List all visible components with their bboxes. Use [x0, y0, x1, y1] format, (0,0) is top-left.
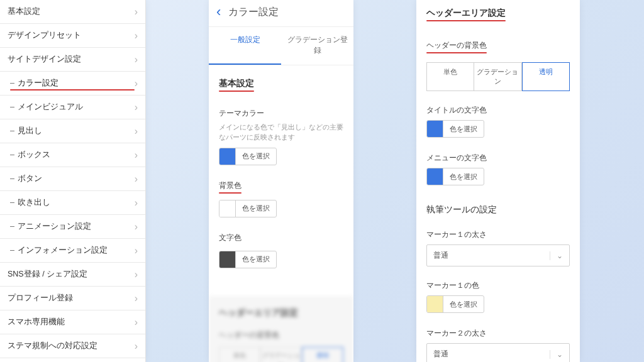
background-color-field: 背景色 色を選択 [219, 180, 343, 219]
sidebar-item-other[interactable]: その他の設定 › [0, 358, 145, 362]
sidebar-item-label: カラー設定 [10, 78, 135, 89]
marker2-width-select[interactable]: 普通 ⌄ [426, 343, 570, 362]
panel-title: カラー設定 [228, 6, 279, 19]
writing-tools-section: 執筆ツールの設定 マーカー１の太さ 普通 ⌄ マーカー１の色 色を選択 マーカー… [426, 204, 570, 362]
sidebar-item-label: 見出し [10, 126, 135, 136]
chevron-right-icon: › [135, 246, 138, 256]
sidebar-item-smartphone[interactable]: スマホ専用機能 › [0, 310, 145, 334]
sidebar-item-color-settings[interactable]: カラー設定 › [0, 72, 145, 96]
field-label: マーカー２の太さ [426, 328, 570, 339]
chevron-right-icon: › [135, 341, 138, 351]
sidebar-item-label: ステマ規制への対応設定 [8, 341, 135, 351]
field-label: メニューの文字色 [426, 153, 570, 163]
chevron-right-icon: › [135, 293, 138, 304]
text-color-field: 文字色 色を選択 [219, 233, 343, 270]
chevron-right-icon: › [135, 31, 138, 41]
chevron-right-icon: › [135, 79, 138, 89]
sidebar-item-profile[interactable]: プロフィール登録 › [0, 287, 145, 310]
sidebar-item-label: 吹き出し [10, 197, 135, 208]
seg-option: 単色 [219, 347, 260, 363]
select-value: 普通 [433, 250, 448, 261]
sidebar-item-basic-settings[interactable]: 基本設定 › [0, 0, 145, 24]
sidebar-item-stealth-marketing[interactable]: ステマ規制への対応設定 › [0, 334, 145, 358]
marker1-color-picker[interactable]: 色を選択 [426, 295, 484, 313]
chevron-right-icon: › [135, 102, 138, 112]
sidebar-item-label: ボタン [10, 173, 135, 184]
header-bg-segmented: 単色 グラデーション 透明 [426, 62, 570, 91]
section-heading: 執筆ツールの設定 [426, 204, 570, 216]
marker1-width-select[interactable]: 普通 ⌄ [426, 244, 570, 266]
menu-color-picker[interactable]: 色を選択 [426, 168, 484, 185]
blurred-segmented: 単色 グラデーション 透明 [219, 347, 343, 363]
picker-label: 色を選択 [236, 151, 276, 161]
title-color-picker[interactable]: 色を選択 [426, 120, 484, 138]
basic-settings-section: 基本設定 テーマカラー メインになる色で「見出し」などの主要なパーツに反映されま… [209, 65, 353, 276]
sidebar-item-design-preset[interactable]: デザインプリセット › [0, 24, 145, 48]
sidebar-item-animation[interactable]: アニメーション設定 › [0, 215, 145, 239]
chevron-down-icon: ⌄ [550, 251, 563, 260]
field-label: マーカー１の色 [426, 280, 570, 291]
color-swatch-icon [427, 121, 443, 137]
tab-gradient[interactable]: グラデーション登録 [281, 27, 353, 65]
sidebar-item-label: スマホ専用機能 [8, 317, 135, 327]
chevron-right-icon: › [135, 198, 138, 208]
picker-label: 色を選択 [443, 300, 484, 309]
panel-header: ‹ カラー設定 [209, 0, 353, 27]
sidebar-item-label: SNS登録 / シェア設定 [8, 269, 135, 280]
field-label: テーマカラー [219, 108, 264, 119]
seg-option: 透明 [302, 347, 343, 363]
header-area-panel: ヘッダーエリア設定 ヘッダーの背景色 単色 グラデーション 透明 タイトルの文字… [416, 0, 580, 362]
field-label: 文字色 [219, 233, 242, 243]
color-swatch-icon [427, 168, 443, 185]
seg-option-gradient[interactable]: グラデーション [474, 62, 521, 91]
sidebar-item-heading[interactable]: 見出し › [0, 119, 145, 143]
chevron-right-icon: › [135, 7, 138, 17]
picker-label: 色を選択 [236, 255, 276, 264]
picker-label: 色を選択 [236, 204, 276, 213]
sidebar-item-sns-share[interactable]: SNS登録 / シェア設定 › [0, 263, 145, 287]
picker-label: 色を選択 [443, 124, 484, 134]
sidebar-item-speech-bubble[interactable]: 吹き出し › [0, 191, 145, 215]
color-swatch-icon [219, 148, 236, 165]
blurred-next-section: ヘッダーエリア設定 ヘッダーの背景色 単色 グラデーション 透明 [209, 296, 353, 363]
chevron-right-icon: › [135, 126, 138, 136]
background-color-picker[interactable]: 色を選択 [219, 200, 277, 217]
section-heading: ヘッダーエリア設定 [426, 8, 506, 19]
tab-general[interactable]: 一般設定 [209, 27, 281, 65]
chevron-right-icon: › [135, 55, 138, 65]
color-swatch-icon [427, 296, 443, 312]
tab-bar: 一般設定 グラデーション登録 [209, 27, 353, 65]
sidebar-item-box[interactable]: ボックス › [0, 143, 145, 167]
sidebar-item-label: インフォメーション設定 [10, 245, 135, 256]
sidebar-item-information[interactable]: インフォメーション設定 › [0, 239, 145, 263]
field-description: メインになる色で「見出し」などの主要なパーツに反映されます [219, 123, 343, 143]
text-color-picker[interactable]: 色を選択 [219, 251, 277, 268]
chevron-right-icon: › [135, 222, 138, 232]
sidebar-item-label: 基本設定 [8, 6, 135, 17]
chevron-right-icon: › [135, 150, 138, 160]
field-label: タイトルの文字色 [426, 105, 570, 116]
chevron-right-icon: › [135, 174, 138, 184]
field-label: マーカー１の太さ [426, 229, 570, 240]
chevron-right-icon: › [135, 317, 138, 327]
seg-option-solid[interactable]: 単色 [426, 62, 474, 91]
sidebar-item-main-visual[interactable]: メインビジュアル › [0, 96, 145, 119]
field-label: ヘッダーの背景色 [426, 40, 487, 51]
chevron-right-icon: › [135, 270, 138, 280]
blurred-title: ヘッダーエリア設定 [219, 307, 343, 319]
sidebar-item-label: メインビジュアル [10, 102, 135, 112]
sidebar-item-button[interactable]: ボタン › [0, 167, 145, 191]
chevron-down-icon: ⌄ [550, 350, 563, 359]
sidebar: 基本設定 › デザインプリセット › サイトデザイン設定 › カラー設定 › メ… [0, 0, 146, 362]
seg-option-transparent[interactable]: 透明 [522, 62, 570, 91]
color-swatch-icon [219, 200, 236, 217]
sidebar-item-label: プロフィール登録 [8, 293, 135, 304]
back-icon[interactable]: ‹ [214, 5, 223, 19]
picker-label: 色を選択 [443, 172, 484, 182]
sidebar-item-label: デザインプリセット [8, 30, 135, 41]
blurred-sub: ヘッダーの背景色 [219, 330, 343, 341]
theme-color-picker[interactable]: 色を選択 [219, 148, 277, 165]
sidebar-item-label: アニメーション設定 [10, 221, 135, 232]
select-value: 普通 [433, 349, 448, 359]
sidebar-item-site-design[interactable]: サイトデザイン設定 › [0, 48, 145, 72]
